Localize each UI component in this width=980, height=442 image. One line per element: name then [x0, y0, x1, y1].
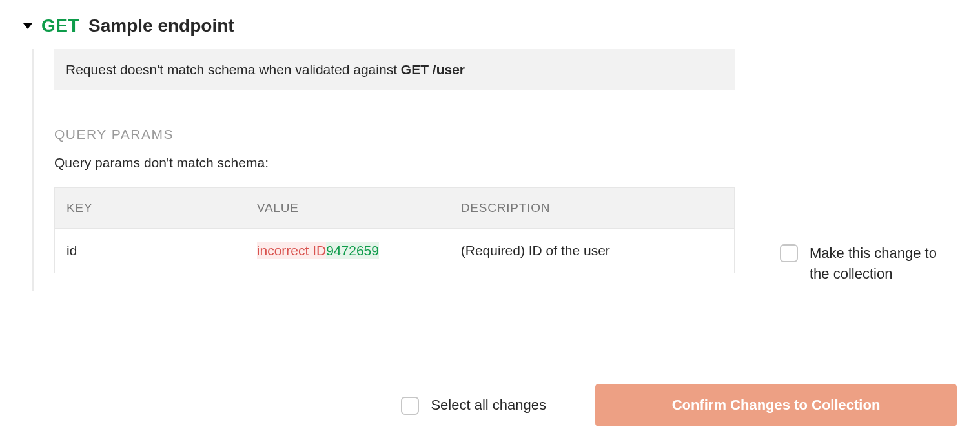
select-all-label: Select all changes [431, 395, 546, 416]
col-header-description: DESCRIPTION [449, 188, 734, 229]
endpoint-name: Sample endpoint [88, 16, 234, 36]
select-all-checkbox[interactable] [401, 397, 419, 415]
endpoint-header: GET Sample endpoint [23, 16, 957, 36]
cell-description: (Required) ID of the user [449, 229, 734, 273]
banner-schema-ref: GET /user [401, 62, 465, 77]
cell-value: incorrect ID9472659 [245, 229, 449, 273]
footer-bar: Select all changes Confirm Changes to Co… [0, 368, 980, 442]
collapse-caret-icon[interactable] [23, 23, 32, 29]
confirm-changes-button[interactable]: Confirm Changes to Collection [595, 384, 957, 426]
make-change-row: Make this change to the collection [780, 243, 945, 284]
col-header-value: VALUE [245, 188, 449, 229]
cell-key: id [55, 229, 245, 273]
http-method: GET [41, 16, 79, 36]
value-old: incorrect ID [257, 242, 326, 259]
validation-banner: Request doesn't match schema when valida… [54, 49, 735, 90]
banner-text: Request doesn't match schema when valida… [66, 62, 401, 77]
section-subtitle: Query params don't match schema: [54, 155, 735, 171]
section-title: QUERY PARAMS [54, 127, 735, 142]
select-all-row: Select all changes [401, 395, 546, 416]
query-params-table: KEY VALUE DESCRIPTION id incorrect ID947… [54, 187, 735, 273]
col-header-key: KEY [55, 188, 245, 229]
make-change-label: Make this change to the collection [810, 243, 945, 284]
make-change-checkbox[interactable] [780, 244, 798, 262]
table-row: id incorrect ID9472659 (Required) ID of … [55, 229, 735, 273]
value-new: 9472659 [326, 242, 379, 259]
table-header-row: KEY VALUE DESCRIPTION [55, 188, 735, 229]
